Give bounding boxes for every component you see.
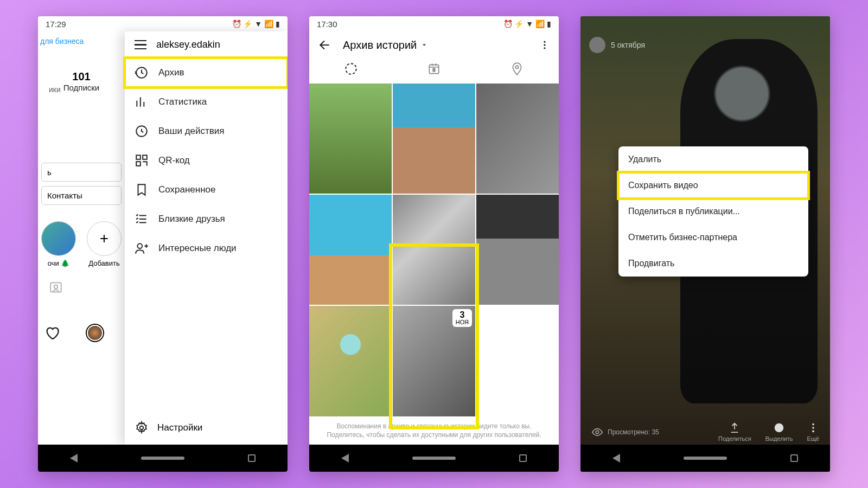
action-sheet: Удалить Сохранить видео Поделиться в пуб… (618, 146, 808, 277)
profile-underlay: для бизнеса 101 ики Подписки ь Контакты … (38, 31, 125, 445)
highlight-add[interactable]: +Добавить (87, 221, 122, 267)
highlight-button[interactable]: Выделить (765, 422, 793, 442)
status-icons: ⏰ ⚡ ▼ 📶 ▮ (232, 20, 280, 28)
more-icon (807, 422, 819, 434)
chevron-down-icon (421, 42, 427, 48)
page-title[interactable]: Архив историй (343, 39, 528, 52)
bottom-nav-partial[interactable] (38, 325, 125, 341)
menu-qr[interactable]: QR-код (125, 146, 288, 175)
avatar-icon[interactable] (589, 37, 605, 53)
story-tile[interactable] (393, 195, 475, 305)
list-icon (135, 212, 149, 226)
heart-icon (773, 422, 785, 434)
svg-point-10 (544, 44, 545, 46)
date-badge: 3 НОЯ (452, 309, 472, 327)
menu-save-video[interactable]: Сохранить видео (618, 172, 808, 198)
home-icon[interactable] (412, 457, 456, 460)
calendar-tab-icon[interactable]: 3 (427, 62, 441, 76)
svg-point-7 (137, 243, 142, 248)
menu-friends[interactable]: Близкие друзья (125, 204, 288, 234)
story-tile[interactable] (309, 195, 392, 305)
archive-icon (135, 66, 149, 80)
eye-icon[interactable] (591, 426, 603, 438)
story-tile[interactable] (393, 84, 475, 194)
svg-text:3: 3 (433, 67, 436, 73)
back-icon[interactable] (612, 454, 620, 463)
svg-point-17 (775, 423, 784, 433)
archive-tabs: 3 (309, 59, 559, 84)
reel-tab-icon[interactable] (344, 62, 358, 76)
share-icon (729, 422, 741, 434)
side-menu: aleksey.edakin Архив Статистика Ваши дей… (125, 31, 288, 445)
svg-point-9 (544, 41, 545, 43)
status-bar: 17:30 ⏰ ⚡ ▼ 📶 ▮ (309, 16, 559, 31)
share-button[interactable]: Поделиться (718, 422, 751, 442)
recents-icon[interactable] (248, 454, 256, 462)
stats-icon (135, 95, 149, 109)
svg-point-1 (54, 285, 58, 289)
back-arrow-icon[interactable] (318, 38, 332, 52)
menu-stats[interactable]: Статистика (125, 87, 288, 117)
gear-icon (135, 421, 149, 435)
phone-screenshot-1: 17:29 ⏰ ⚡ ▼ 📶 ▮ для бизнеса 101 ики Подп… (38, 16, 288, 472)
business-link[interactable]: для бизнеса (38, 31, 125, 46)
highlight-item[interactable]: очи 🌲 (41, 221, 76, 267)
svg-point-20 (812, 431, 814, 433)
menu-promote[interactable]: Продвигать (618, 251, 808, 277)
archive-grid: 3 НОЯ (309, 84, 559, 416)
menu-tag-partner[interactable]: Отметить бизнес-партнера (618, 224, 808, 251)
contacts-button[interactable]: Контакты (41, 186, 122, 205)
clock: 17:30 (317, 20, 337, 29)
location-tab-icon[interactable] (510, 62, 524, 76)
svg-point-16 (596, 431, 599, 434)
home-icon[interactable] (684, 457, 727, 460)
home-icon[interactable] (141, 457, 184, 460)
phone-screenshot-2: 17:30 ⏰ ⚡ ▼ 📶 ▮ Архив историй 3 3 НОЯ Во… (309, 16, 559, 472)
people-icon (135, 241, 149, 255)
svg-rect-0 (50, 282, 61, 292)
menu-delete[interactable]: Удалить (618, 146, 808, 172)
bookmark-icon (135, 183, 149, 197)
story-tile[interactable] (476, 195, 559, 305)
svg-rect-4 (136, 155, 141, 159)
qr-icon (135, 153, 149, 168)
more-button[interactable]: Ещё (807, 422, 819, 442)
svg-rect-6 (136, 162, 141, 166)
recents-icon[interactable] (519, 454, 527, 462)
phone-screenshot-3: 5 октября Удалить Сохранить видео Подели… (580, 16, 830, 472)
menu-actions[interactable]: Ваши действия (125, 117, 288, 146)
activity-icon (135, 124, 149, 138)
profile-avatar-icon[interactable] (87, 325, 103, 341)
story-footer: Просмотрено: 35 Поделиться Выделить Ещё (580, 422, 830, 442)
svg-point-12 (346, 63, 356, 74)
story-header: 5 октября (589, 37, 645, 53)
svg-point-8 (140, 426, 144, 430)
tagged-tab-icon[interactable] (38, 280, 125, 298)
back-icon[interactable] (341, 454, 349, 463)
story-tile[interactable]: 3 НОЯ (393, 306, 475, 416)
follow-stats[interactable]: 101 ики Подписки (38, 70, 125, 92)
story-tile[interactable] (309, 84, 392, 194)
android-nav[interactable] (309, 445, 559, 472)
username: aleksey.edakin (156, 39, 220, 50)
menu-share-post[interactable]: Поделиться в публикации... (618, 198, 808, 224)
clock: 17:29 (46, 20, 66, 29)
recents-icon[interactable] (790, 454, 798, 462)
story-tile[interactable] (476, 84, 559, 194)
svg-point-18 (812, 423, 814, 426)
hamburger-icon[interactable] (135, 40, 146, 50)
back-icon[interactable] (70, 454, 78, 463)
edit-profile-button[interactable]: ь (41, 163, 122, 182)
android-nav[interactable] (38, 445, 288, 472)
menu-saved[interactable]: Сохраненное (125, 175, 288, 204)
status-icons: ⏰ ⚡ ▼ 📶 ▮ (503, 20, 551, 28)
android-nav[interactable] (580, 445, 830, 472)
more-icon[interactable] (539, 40, 550, 50)
menu-archive[interactable]: Архив (125, 58, 288, 87)
story-tile-highlighted[interactable] (309, 306, 392, 416)
status-bar: 17:29 ⏰ ⚡ ▼ 📶 ▮ (38, 16, 288, 31)
svg-point-15 (516, 66, 519, 68)
menu-people[interactable]: Интересные люди (125, 234, 288, 263)
archive-footer-text: Воспоминания в архиве и связанные истори… (309, 416, 559, 445)
menu-settings[interactable]: Настройки (125, 411, 288, 445)
